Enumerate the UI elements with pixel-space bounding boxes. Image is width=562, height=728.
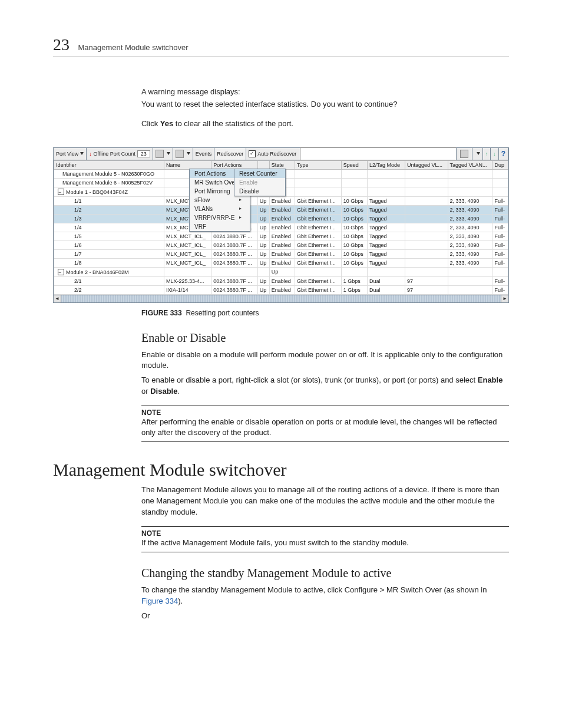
table-row[interactable]: 2/1MLX-225.33-4...0024.3880.7F ...UpEnab… [54, 276, 508, 285]
cell: 10 Gbps [341, 205, 367, 214]
chapter-title: Management Module switchover [78, 43, 188, 52]
column-header[interactable]: Tagged VLAN... [448, 160, 492, 169]
enable-p1: Enable or disable on a module will perfo… [141, 350, 509, 372]
cell: Up [257, 196, 269, 205]
tree-collapse-icon[interactable]: − [58, 269, 64, 275]
cell [448, 169, 492, 178]
cell: Up [257, 276, 269, 285]
cell: Up [269, 267, 295, 276]
cell [492, 267, 508, 276]
scroll-left-icon[interactable]: ◄ [54, 295, 61, 302]
cell [405, 205, 448, 214]
cell [448, 187, 492, 196]
cell: Full- [492, 241, 508, 249]
table-row[interactable]: 1/2MLX_MCT_UpEnabledGbit Ethernet I...10… [54, 205, 508, 214]
cell [405, 241, 448, 249]
cell: 2, 333, 4090 [448, 196, 492, 205]
cell: Enabled [269, 232, 295, 241]
context-submenu[interactable]: Reset Counter Enable Disable [234, 169, 286, 196]
cell: Enabled [269, 196, 295, 205]
submenu-enable[interactable]: Enable [234, 178, 285, 187]
menu-vrf[interactable]: VRF [190, 222, 250, 231]
cell: 2, 333, 4090 [448, 232, 492, 241]
topology-button[interactable] [153, 148, 173, 160]
cell: MLX-225.33-4... [164, 276, 211, 285]
cell: 0024.3880.7F ... [211, 232, 258, 241]
figure-caption: FIGURE 333 Resetting port counters [141, 309, 509, 317]
search-field[interactable] [300, 147, 456, 160]
table-row[interactable]: 2/2IXIA-1/140024.3880.7F ...UpEnabledGbi… [54, 285, 508, 294]
cell [341, 267, 367, 276]
chevron-down-icon [477, 152, 480, 155]
cell: MLX_MCT_ICL_ [164, 241, 211, 249]
cell: 10 Gbps [341, 232, 367, 241]
cell: 2, 333, 4090 [448, 249, 492, 258]
table-row[interactable]: 1/6MLX_MCT_ICL_0024.3880.7F ...UpEnabled… [54, 241, 508, 249]
cell: Full- [492, 214, 508, 223]
table-row[interactable]: 1/7MLX_MCT_ICL_0024.3880.7F ...UpEnabled… [54, 249, 508, 258]
heading-changing-standby: Changing the standby Management Module t… [141, 566, 509, 580]
cell: Tagged [368, 258, 405, 267]
column-header[interactable]: Speed [341, 160, 367, 169]
cell: Full- [492, 258, 508, 267]
link-figure-334[interactable]: Figure 334 [141, 597, 178, 605]
cell: IXIA-1/14 [164, 285, 211, 294]
horizontal-scrollbar[interactable]: ◄ ► [54, 295, 508, 302]
cell [368, 169, 405, 178]
submenu-reset-counter[interactable]: Reset Counter [234, 169, 285, 178]
cell: Enabled [269, 214, 295, 223]
table-row[interactable]: 1/5MLX_MCT_ICL_0024.3880.7F ...UpEnabled… [54, 232, 508, 241]
column-header[interactable]: Dup [492, 160, 508, 169]
cell: Gbit Ethernet I... [295, 258, 342, 267]
menu-vlans[interactable]: VLANs [190, 205, 250, 213]
table-row[interactable]: −Module 2 - BNA0446F02MUp [54, 267, 508, 276]
menu-vrrp[interactable]: VRRP/VRRP-E [190, 213, 250, 222]
cell: Enabled [269, 223, 295, 232]
cell [341, 169, 367, 178]
column-header[interactable]: Identifier [54, 160, 164, 169]
cell [341, 178, 367, 187]
submenu-disable[interactable]: Disable [234, 187, 285, 196]
column-header[interactable]: Type [295, 160, 342, 169]
cell: Enabled [269, 276, 295, 285]
txt: to clear all the statistics of the port. [173, 119, 293, 128]
cell [295, 169, 342, 178]
column-header[interactable]: Untagged VL... [405, 160, 448, 169]
rediscover-button[interactable]: Rediscover [214, 148, 246, 160]
help-button[interactable]: ? [499, 148, 508, 160]
auto-rediscover-toggle[interactable]: Auto Rediscover [246, 148, 299, 160]
tool-split-button[interactable] [173, 148, 193, 160]
cell: Enabled [269, 285, 295, 294]
cell [164, 267, 211, 276]
port-view-dropdown[interactable]: Port View [54, 148, 87, 160]
scroll-right-icon[interactable]: ► [501, 295, 508, 302]
cell: 10 Gbps [341, 258, 367, 267]
cell: 2, 333, 4090 [448, 214, 492, 223]
toolbar-icon-4[interactable]: ↓ [491, 148, 499, 160]
table-row[interactable]: 1/3MLX_MCT_UpEnabledGbit Ethernet I...10… [54, 214, 508, 223]
cell: Tagged [368, 249, 405, 258]
cell: Full- [492, 205, 508, 214]
cell: Up [257, 214, 269, 223]
events-button[interactable]: Events [193, 148, 215, 160]
table-row[interactable]: 1/1MLX_MCT_UpEnabledGbit Ethernet I...10… [54, 196, 508, 205]
cell: Gbit Ethernet I... [295, 223, 342, 232]
table-row[interactable]: 1/8MLX_MCT_ICL_0024.3880.7F ...UpEnabled… [54, 258, 508, 267]
cell: 2, 333, 4090 [448, 258, 492, 267]
table-row[interactable]: 1/4MLX_MCT_ICL_0024.3880.7F ...UpEnabled… [54, 223, 508, 232]
menu-sflow[interactable]: sFlow [190, 196, 250, 205]
note-mgmt: If the active Management Module fails, y… [141, 538, 509, 548]
toolbar: Port View ↓ Offline Port Count23 Events … [54, 148, 508, 160]
chevron-down-icon [187, 152, 190, 155]
figure-333-screenshot: Port View ↓ Offline Port Count23 Events … [53, 147, 509, 303]
cell [448, 267, 492, 276]
cell [405, 214, 448, 223]
toolbar-icon-3[interactable]: ↑ [483, 148, 491, 160]
column-header[interactable]: L2/Tag Mode [368, 160, 405, 169]
cell [492, 178, 508, 187]
tree-collapse-icon[interactable]: − [58, 189, 64, 195]
toolbar-icon-2[interactable] [472, 148, 483, 160]
toolbar-icon-1[interactable] [458, 148, 472, 160]
note-enable: After performing the enable or disable o… [141, 417, 509, 438]
cell: Tagged [368, 232, 405, 241]
